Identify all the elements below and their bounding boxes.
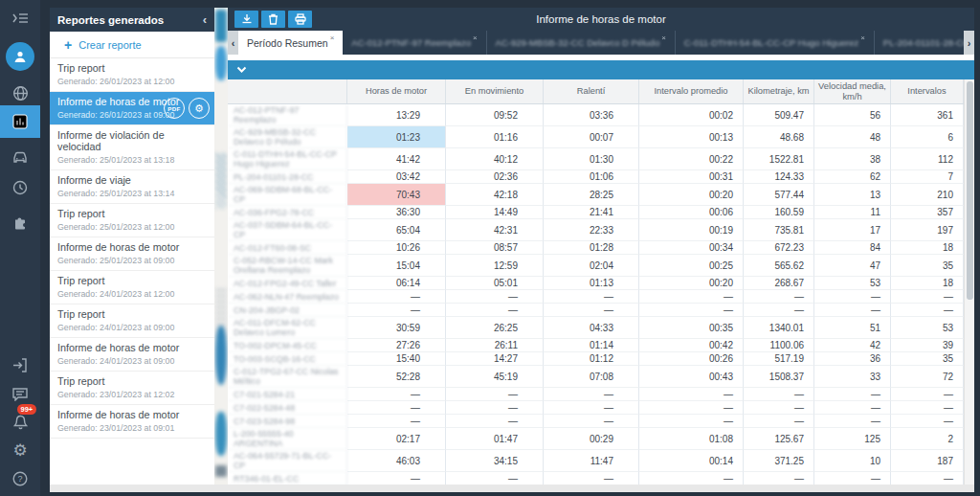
table-row[interactable]: AC-037-SDBM-64-BL-CC-CP65:0442:3122:3300… xyxy=(228,219,964,241)
report-list-item[interactable]: Informe de horas de motorGenerado: 25/01… xyxy=(50,237,214,271)
delete-button[interactable] xyxy=(261,11,285,28)
tab-unit-blurred[interactable]: C-011-DTHH-54-BL-CC-CP Hugo Higuerez× xyxy=(676,31,875,55)
table-row[interactable]: C7-021-5284-21——————— xyxy=(228,388,964,401)
table-row[interactable]: AC-064-55729-71-BL-CC-CP46:0334:1511:470… xyxy=(228,450,964,472)
value-cell: 40:12 xyxy=(446,148,544,170)
table-row[interactable]: AC-011-DFCM-62-CC Delavco Lumero30:5926:… xyxy=(228,317,964,339)
value-cell: 46:03 xyxy=(347,450,446,472)
value-cell: 13:29 xyxy=(347,104,446,126)
value-cell: 47 xyxy=(814,255,891,277)
tab-periodo-resumen[interactable]: Período Resumen× xyxy=(238,31,343,55)
table-row[interactable]: L-200-55555-40 ARGENTINA02:1701:4700:290… xyxy=(228,428,964,450)
table-row[interactable]: RT346-01-EL-CC——————— xyxy=(228,472,964,485)
value-cell: 1522.81 xyxy=(744,148,814,170)
units-car-icon[interactable] xyxy=(0,144,40,169)
report-list-item[interactable]: Trip reportGenerado: 25/01/2023 at 12:00 xyxy=(50,204,214,237)
table-row[interactable]: AC-036-FPG2-78-CC36:3014:4921:4100:06160… xyxy=(228,206,964,219)
help-icon[interactable]: ? xyxy=(0,466,40,491)
report-list-item[interactable]: Informe de horas de motorGenerado: 26/01… xyxy=(50,92,214,125)
apps-puzzle-icon[interactable] xyxy=(0,211,40,236)
report-item-generated: Generado: 26/01/2023 at 12:00 xyxy=(57,77,207,86)
download-button[interactable] xyxy=(234,11,258,28)
time-clock-icon[interactable] xyxy=(0,175,40,200)
table-row[interactable]: AC-929-MBSB-32-CC Delavco D Péludo01:230… xyxy=(228,126,964,148)
table-row[interactable]: TO-002-DPCM-45-CC27:2626:1101:1400:42110… xyxy=(228,339,964,352)
panel-collapse-icon[interactable]: ‹ xyxy=(203,12,207,27)
tab-close-icon[interactable]: × xyxy=(661,34,666,42)
report-list-item[interactable]: Trip reportGenerado: 23/01/2023 at 12:02 xyxy=(50,372,214,405)
value-cell: 15:04 xyxy=(347,255,446,277)
map-strip-background xyxy=(214,8,228,485)
value-cell: 00:34 xyxy=(639,241,744,255)
collapse-menu-icon[interactable] xyxy=(0,6,40,31)
report-item-title: Informe de viaje xyxy=(57,174,207,186)
tab-unit-blurred[interactable]: PL-204-01101-28-CC× xyxy=(875,31,964,55)
value-cell: 125 xyxy=(814,428,891,450)
table-row[interactable]: AC-012-FT60-08-SC10:2608:5701:2800:34672… xyxy=(228,241,964,255)
value-cell: 160.59 xyxy=(744,206,814,219)
report-title: Informe de horas de motor xyxy=(228,13,974,25)
table-row[interactable]: C-011-DTHH-54-BL-CC-CP Hugo Higuerez41:4… xyxy=(228,148,964,170)
report-list-item[interactable]: Informe de horas de motorGenerado: 24/01… xyxy=(50,338,214,372)
globe-icon[interactable] xyxy=(0,80,40,105)
notifications-bell-icon[interactable]: 99+ xyxy=(0,410,40,435)
table-row[interactable]: AC-012-FPG2-49-CC Taller06:1405:0101:130… xyxy=(228,277,964,290)
value-cell: 00:20 xyxy=(639,277,744,290)
report-list-item[interactable]: Trip reportGenerado: 24/01/2023 at 09:00 xyxy=(50,304,214,338)
value-cell: 18 xyxy=(891,277,964,290)
report-list-item[interactable]: Trip reportGenerado: 26/01/2023 at 12:00 xyxy=(50,58,214,92)
value-cell: 124.33 xyxy=(744,170,814,184)
value-cell: — xyxy=(891,401,964,415)
value-cell: 84 xyxy=(814,241,891,255)
value-cell: 62 xyxy=(814,170,891,184)
user-avatar-icon[interactable] xyxy=(6,42,34,71)
value-cell: 565.62 xyxy=(744,255,814,277)
value-cell: 42:18 xyxy=(446,184,544,206)
table-row[interactable]: AC-062-NLN-47 Reemplazo——————— xyxy=(228,290,964,304)
table-group-band[interactable] xyxy=(228,60,974,79)
report-item-title: Informe de horas de motor xyxy=(57,342,207,353)
pdf-export-button[interactable]: PDF xyxy=(164,98,185,119)
report-list-item[interactable]: Informe de horas de motorGenerado: 23/01… xyxy=(50,405,214,439)
value-cell: — xyxy=(744,304,814,317)
value-cell: 00:26 xyxy=(639,352,744,366)
table-row[interactable]: C-012-TPG2-67-CC Nicolas Méltico52:2845:… xyxy=(228,366,964,388)
report-list-item[interactable]: Trip reportGenerado: 24/01/2023 at 12:00 xyxy=(50,271,214,304)
svg-text:?: ? xyxy=(17,474,22,484)
value-cell: 04:33 xyxy=(544,317,639,339)
table-row[interactable]: AC-069-SDBM-68-BL-CC-CP70:4342:1828:2500… xyxy=(228,184,964,206)
unit-name-cell: AC-036-FPG2-78-CC xyxy=(228,206,347,219)
tab-close-icon[interactable]: × xyxy=(473,34,478,42)
table-row[interactable]: CN-204-JBGP-02——————— xyxy=(228,304,964,317)
table-row[interactable]: AC-012-PTNF-97 Reemplazo13:2909:5203:360… xyxy=(228,104,964,126)
table-row[interactable]: TO-003-SCQB-16-CC15:4014:2701:1200:26517… xyxy=(228,352,964,366)
print-button[interactable] xyxy=(288,11,312,28)
value-cell: 03:36 xyxy=(544,104,639,126)
report-list-item[interactable]: Informe de violación de velocidadGenerad… xyxy=(50,125,214,170)
table-header-row: Horas de motorEn movimientoRalentíInterv… xyxy=(228,79,964,104)
tabs-scroll-right-icon[interactable]: › xyxy=(964,31,974,55)
report-list-item[interactable]: Informe de viajeGenerado: 25/01/2023 at … xyxy=(50,170,214,204)
value-cell: 72 xyxy=(891,366,964,388)
scrollbar-thumb[interactable] xyxy=(967,81,973,300)
value-cell: 65:04 xyxy=(347,219,446,241)
table-row[interactable]: C7-022-5284-48——————— xyxy=(228,401,964,415)
sidebar-item-reports[interactable] xyxy=(0,105,40,138)
value-cell: 13 xyxy=(814,184,891,206)
table-row[interactable]: C7-023-5284-98——————— xyxy=(228,415,964,428)
table-row[interactable]: PL-204-01101-28-CC03:4202:3601:0600:3112… xyxy=(228,170,964,184)
settings-gear-icon[interactable]: ⚙ xyxy=(0,438,40,462)
table-row[interactable]: C-052-RBCW-14-CC Mark Orellana Reemplazo… xyxy=(228,255,964,277)
value-cell: 210 xyxy=(891,184,964,206)
tab-unit-blurred[interactable]: AC-929-MBSB-32-CC Delavco D Péludo× xyxy=(487,31,676,55)
tab-unit-blurred[interactable]: AC-012-PTNF-97 Reemplazo× xyxy=(343,31,486,55)
create-report-button[interactable]: + Crear reporte xyxy=(50,32,214,58)
tabs-scroll-left-icon[interactable]: ‹ xyxy=(228,31,238,55)
tab-close-icon[interactable]: × xyxy=(860,34,865,42)
logout-icon[interactable] xyxy=(0,352,40,377)
chat-icon[interactable] xyxy=(0,381,40,406)
value-cell: 02:04 xyxy=(544,255,639,277)
tab-close-icon[interactable]: × xyxy=(330,34,335,42)
vertical-scrollbar[interactable] xyxy=(964,79,974,485)
report-settings-button[interactable]: ⚙ xyxy=(189,98,210,119)
